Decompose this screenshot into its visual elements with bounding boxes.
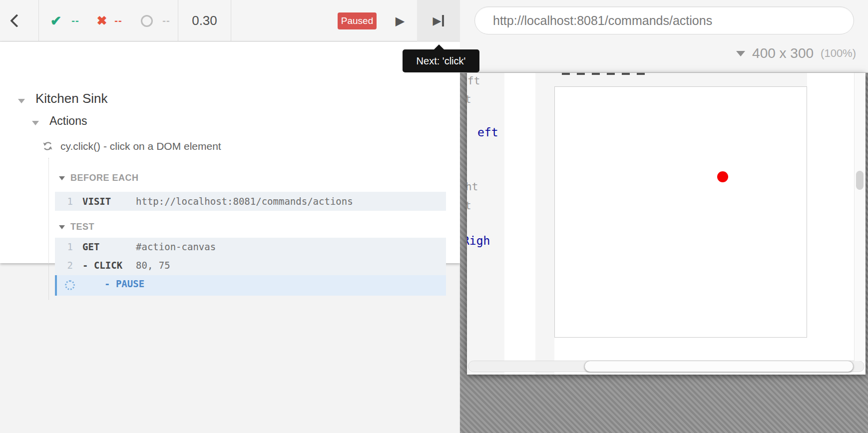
chevron-down-icon	[736, 51, 745, 56]
toolbar-divider	[231, 0, 231, 41]
command-row-pause[interactable]: - PAUSE	[55, 275, 446, 296]
tooltip-arrow-icon	[434, 44, 444, 50]
refresh-icon	[42, 140, 53, 154]
paused-badge: Paused	[338, 12, 377, 29]
back-button[interactable]	[5, 0, 28, 41]
command-row-click[interactable]: 2 - CLICK 80, 75	[55, 256, 446, 275]
cypress-runner: ✔ -- ✖ -- -- 0.30 Paused	[0, 0, 868, 433]
clipped-code-text: eft	[477, 126, 498, 139]
vertical-scrollbar-track[interactable]	[854, 73, 866, 361]
test-duration: 0.30	[178, 0, 231, 41]
command-message: http://localhost:8081/commands/actions	[136, 192, 353, 211]
toolbar-divider	[38, 0, 39, 41]
reporter-panel: ✔ -- ✖ -- -- 0.30 Paused	[0, 0, 460, 433]
command-name: - PAUSE	[104, 275, 144, 293]
command-number: 2	[60, 256, 73, 275]
aut-header: 400 x 300 (100%)	[460, 0, 868, 73]
next-command-tooltip: Next: 'click'	[403, 49, 479, 72]
command-name: VISIT	[82, 192, 111, 211]
failed-stat: ✖	[92, 0, 112, 41]
horizontal-scrollbar-thumb[interactable]	[584, 361, 854, 372]
command-row-get[interactable]: 1 GET #action-canvas	[55, 238, 446, 256]
subsuite-title[interactable]: Actions	[49, 114, 87, 128]
action-canvas[interactable]	[554, 86, 807, 338]
failed-count: --	[110, 0, 127, 41]
test-connector-line	[48, 158, 49, 300]
play-icon: ▶	[396, 14, 405, 28]
circle-icon	[141, 15, 153, 27]
suite-title[interactable]: Kitchen Sink	[35, 91, 108, 106]
step-forward-icon: ▶	[433, 14, 441, 27]
pending-count: --	[158, 0, 175, 41]
clipped-text: ht	[467, 181, 478, 193]
spinner-icon	[65, 280, 75, 290]
x-icon: ✖	[97, 13, 107, 28]
viewport-selector[interactable]: 400 x 300 (100%)	[736, 42, 856, 65]
passed-stat: ✔	[45, 0, 67, 41]
next-step-button[interactable]: ▶	[417, 0, 460, 41]
vertical-scrollbar-thumb[interactable]	[856, 171, 864, 190]
command-number: 1	[60, 238, 73, 256]
chevron-down-icon[interactable]	[18, 99, 25, 103]
command-message: #action-canvas	[136, 238, 216, 256]
aut-iframe[interactable]: ft t eft ht t Righ	[467, 73, 866, 375]
viewport-size: 400 x 300	[752, 45, 814, 61]
command-row-visit[interactable]: 1 VISIT http://localhost:8081/commands/a…	[55, 192, 446, 211]
checkmark-icon: ✔	[50, 13, 62, 29]
step-forward-bar-icon	[442, 15, 444, 26]
click-indicator-dot	[717, 171, 728, 182]
chevron-left-icon	[10, 14, 23, 27]
pending-stat	[137, 0, 157, 41]
chevron-down-icon	[59, 176, 65, 180]
test-title[interactable]: cy.click() - click on a DOM element	[60, 140, 221, 152]
test-command-rows: 1 GET #action-canvas 2 - CLICK 80, 75	[55, 238, 446, 275]
clipped-text-artifact	[562, 73, 645, 75]
before-each-header[interactable]: BEFORE EACH	[59, 173, 139, 183]
passed-count: --	[67, 0, 84, 41]
command-log: Kitchen Sink Actions cy.click() - click …	[0, 42, 460, 263]
command-number: 1	[60, 192, 73, 211]
page-background-strip	[504, 73, 535, 375]
url-input[interactable]	[474, 6, 854, 34]
chevron-down-icon	[59, 225, 65, 229]
reporter-toolbar: ✔ -- ✖ -- -- 0.30 Paused	[0, 0, 459, 41]
command-name: GET	[82, 238, 99, 256]
resume-button[interactable]: ▶	[389, 0, 411, 41]
chevron-down-icon[interactable]	[32, 121, 39, 125]
test-section-header[interactable]: TEST	[59, 222, 94, 232]
clipped-code-text: Righ	[467, 234, 490, 247]
command-name: - CLICK	[82, 256, 122, 275]
clipped-text: t	[467, 93, 471, 105]
clipped-text: t	[467, 200, 471, 212]
clipped-text: ft	[467, 75, 480, 87]
viewport-scale: (100%)	[821, 47, 856, 60]
aut-region: 400 x 300 (100%) ft t eft ht t Righ	[460, 0, 868, 433]
command-message: 80, 75	[136, 256, 170, 275]
